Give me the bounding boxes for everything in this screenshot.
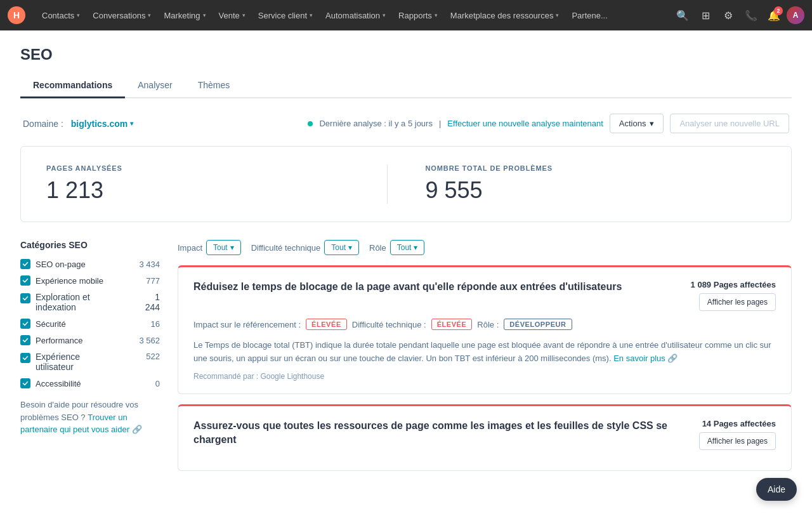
sidebar: Catégories SEO SEO on-page 3 434 Expérie… bbox=[20, 240, 160, 481]
analysis-info: Dernière analyse : il y a 5 jours | Effe… bbox=[308, 114, 789, 133]
learn-more-link-1[interactable]: En savoir plus 🔗 bbox=[613, 354, 678, 363]
pages-affected-2: 14 Pages affectées bbox=[699, 419, 776, 428]
chevron-down-icon: ▾ bbox=[348, 243, 352, 252]
category-performance: Performance 3 562 bbox=[20, 335, 160, 345]
issues-content: Impact Tout ▾ Difficulté technique Tout … bbox=[178, 240, 792, 481]
nav-service[interactable]: Service client ▾ bbox=[252, 0, 319, 30]
tab-recommandations[interactable]: Recommandations bbox=[20, 74, 125, 98]
chevron-down-icon: ▾ bbox=[230, 243, 234, 252]
checkbox-mobile[interactable] bbox=[20, 275, 30, 286]
category-exploration: Exploration et indexation 1 244 bbox=[20, 292, 160, 312]
difficulty-tag-label: Difficulté technique : bbox=[352, 320, 426, 329]
nav-automatisation[interactable]: Automatisation ▾ bbox=[319, 0, 392, 30]
show-pages-button-2[interactable]: Afficher les pages bbox=[699, 432, 776, 450]
category-mobile: Expérience mobile 777 bbox=[20, 275, 160, 286]
domain-selector[interactable]: biglytics.com ▾ bbox=[71, 119, 133, 129]
difficulty-filter-button[interactable]: Tout ▾ bbox=[324, 240, 359, 255]
chevron-down-icon: ▾ bbox=[650, 119, 654, 128]
chevron-down-icon: ▾ bbox=[383, 12, 386, 18]
category-accessibility: Accessibilité 0 bbox=[20, 378, 160, 388]
issue-tags-1: Impact sur le référencement : ÉLEVÉE Dif… bbox=[193, 319, 776, 330]
notifications-button[interactable]: 🔔 2 bbox=[764, 5, 784, 25]
nav-vente[interactable]: Vente ▾ bbox=[213, 0, 252, 30]
sidebar-help: Besoin d'aide pour résoudre vos problème… bbox=[20, 399, 160, 436]
pages-affected-1: 1 089 Pages affectées bbox=[691, 280, 776, 289]
role-tag-label: Rôle : bbox=[477, 320, 499, 329]
nav-marketplace[interactable]: Marketplace des ressources ▾ bbox=[444, 0, 566, 30]
notification-badge: 2 bbox=[774, 6, 783, 15]
difficulty-filter-group: Difficulté technique Tout ▾ bbox=[251, 240, 359, 255]
checkbox-security[interactable] bbox=[20, 319, 30, 329]
role-filter-group: Rôle Tout ▾ bbox=[369, 240, 424, 255]
analyze-url-button[interactable]: Analyser une nouvelle URL bbox=[670, 114, 789, 133]
chevron-down-icon: ▾ bbox=[77, 12, 80, 18]
nav-marketing[interactable]: Marketing ▾ bbox=[157, 0, 212, 30]
chevron-down-icon: ▾ bbox=[148, 12, 151, 18]
total-problems-stat: NOMBRE TOTAL DE PROBLÈMES 9 555 bbox=[387, 164, 766, 204]
sidebar-title: Catégories SEO bbox=[20, 240, 160, 250]
issue-title-2: Assurez-vous que toutes les ressources d… bbox=[193, 419, 686, 447]
page-title: SEO bbox=[20, 46, 792, 63]
role-filter-label: Rôle bbox=[369, 243, 386, 253]
phone-button[interactable]: 📞 bbox=[741, 5, 761, 25]
chevron-down-icon: ▾ bbox=[130, 120, 133, 127]
page-content: SEO Recommandations Analyser Thèmes Doma… bbox=[0, 30, 812, 496]
checkbox-exploration[interactable] bbox=[20, 293, 30, 303]
tab-bar: Recommandations Analyser Thèmes bbox=[20, 74, 792, 98]
issue-header-1: Réduisez le temps de blocage de la page … bbox=[193, 280, 776, 311]
impact-filter-group: Impact Tout ▾ bbox=[178, 240, 241, 255]
checkbox-ux[interactable] bbox=[20, 353, 30, 363]
issue-meta-2: 14 Pages affectées Afficher les pages bbox=[699, 419, 776, 450]
show-pages-button-1[interactable]: Afficher les pages bbox=[699, 293, 776, 311]
svg-text:H: H bbox=[13, 10, 20, 20]
status-dot bbox=[308, 121, 313, 126]
checkbox-seo-onpage[interactable] bbox=[20, 259, 30, 269]
role-tag: DÉVELOPPEUR bbox=[504, 319, 572, 330]
issue-title-1: Réduisez le temps de blocage de la page … bbox=[193, 280, 678, 294]
nav-rapports[interactable]: Rapports ▾ bbox=[392, 0, 444, 30]
top-navigation: H Contacts ▾ Conversations ▾ Marketing ▾… bbox=[0, 0, 812, 30]
tab-analyser[interactable]: Analyser bbox=[125, 74, 185, 98]
user-avatar[interactable]: A bbox=[787, 6, 804, 24]
new-analysis-link[interactable]: Effectuer une nouvelle analyse maintenan… bbox=[447, 119, 603, 128]
chevron-down-icon: ▾ bbox=[242, 12, 246, 18]
checkbox-accessibility[interactable] bbox=[20, 378, 30, 388]
chevron-down-icon: ▾ bbox=[310, 12, 313, 18]
apps-button[interactable]: ⊞ bbox=[695, 5, 716, 25]
chevron-down-icon: ▾ bbox=[414, 243, 417, 252]
nav-partenaires[interactable]: Partene... bbox=[565, 0, 613, 30]
tab-themes[interactable]: Thèmes bbox=[185, 74, 243, 98]
separator: | bbox=[439, 119, 441, 128]
actions-button[interactable]: Actions ▾ bbox=[610, 114, 664, 133]
role-filter-button[interactable]: Tout ▾ bbox=[390, 240, 425, 255]
pages-analyzed-label: PAGES ANALYSÉES bbox=[46, 164, 387, 172]
pages-analyzed-value: 1 213 bbox=[46, 177, 387, 204]
issue-meta-1: 1 089 Pages affectées Afficher les pages bbox=[691, 280, 776, 311]
difficulty-filter-label: Difficulté technique bbox=[251, 243, 321, 253]
domain-label: Domaine : bbox=[23, 119, 63, 129]
impact-filter-button[interactable]: Tout ▾ bbox=[206, 240, 241, 255]
hubspot-logo[interactable]: H bbox=[8, 6, 25, 24]
category-security: Sécurité 16 bbox=[20, 319, 160, 329]
nav-contacts[interactable]: Contacts ▾ bbox=[36, 0, 86, 30]
nav-conversations[interactable]: Conversations ▾ bbox=[86, 0, 157, 30]
stats-card: PAGES ANALYSÉES 1 213 NOMBRE TOTAL DE PR… bbox=[20, 146, 792, 222]
total-problems-value: 9 555 bbox=[426, 177, 766, 204]
total-problems-label: NOMBRE TOTAL DE PROBLÈMES bbox=[426, 164, 766, 172]
issue-header-2: Assurez-vous que toutes les ressources d… bbox=[193, 419, 776, 450]
impact-filter-label: Impact bbox=[178, 243, 202, 253]
chevron-down-icon: ▾ bbox=[556, 12, 559, 18]
issue-footer-1: Recommandé par : Google Lighthouse bbox=[193, 372, 776, 381]
filter-bar: Impact Tout ▾ Difficulté technique Tout … bbox=[178, 240, 792, 255]
category-seo-onpage: SEO on-page 3 434 bbox=[20, 259, 160, 269]
nav-icon-group: 🔍 ⊞ ⚙ 📞 🔔 2 A bbox=[672, 5, 804, 25]
issue-card-1: Réduisez le temps de blocage de la page … bbox=[178, 265, 792, 394]
checkbox-performance[interactable] bbox=[20, 335, 30, 345]
search-button[interactable]: 🔍 bbox=[672, 5, 693, 25]
issue-card-2: Assurez-vous que toutes les ressources d… bbox=[178, 404, 792, 471]
impact-tag: ÉLEVÉE bbox=[306, 319, 347, 330]
settings-button[interactable]: ⚙ bbox=[718, 5, 738, 25]
analysis-status: Dernière analyse : il y a 5 jours bbox=[319, 119, 432, 128]
aide-button[interactable]: Aide bbox=[756, 478, 797, 496]
impact-tag-label: Impact sur le référencement : bbox=[193, 320, 301, 329]
